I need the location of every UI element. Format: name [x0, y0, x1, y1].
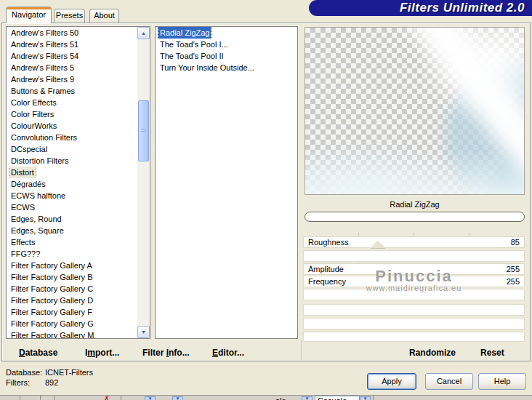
category-list-item[interactable]: Andrew's Filters 51: [7, 39, 150, 50]
category-list-item[interactable]: Filter Factory Gallery A: [7, 260, 150, 271]
taskbar-separator: [54, 396, 55, 400]
taskbar-dropdown-button[interactable]: ▼: [302, 396, 313, 400]
taskbar-separator: [373, 396, 374, 400]
category-list-item[interactable]: ECWS: [7, 201, 150, 213]
category-list-item[interactable]: Andrew's Filters 50: [7, 27, 150, 39]
filter-label: Radial ZigZag: [158, 27, 211, 39]
status-database-value: ICNET-Filters: [45, 368, 93, 377]
taskbar-combobox[interactable]: Casuale: [315, 396, 360, 400]
watermark-url: www.maidiregrafica.eu: [303, 284, 525, 292]
filter-list[interactable]: Radial ZigZag The Toad's Pool I... The T…: [155, 26, 298, 339]
preview-image: [305, 27, 525, 195]
category-list-item[interactable]: Andrew's Filters 9: [7, 73, 150, 85]
scrollbar-thumb[interactable]: [138, 100, 149, 161]
category-list-item[interactable]: Filter Factory Gallery G: [7, 318, 150, 329]
apply-button[interactable]: Apply: [367, 373, 416, 390]
category-label: Filter Factory Gallery A: [9, 260, 94, 271]
import-button[interactable]: Import...: [85, 348, 119, 358]
editor-button[interactable]: Editor...: [212, 348, 244, 358]
category-list-item[interactable]: Filter Factory Gallery M: [7, 329, 150, 339]
slider-row: [303, 304, 525, 316]
tab-presets[interactable]: Presets: [54, 9, 85, 23]
slider-row: [303, 318, 525, 329]
category-list-item[interactable]: Distortion Filters: [7, 155, 150, 167]
help-button[interactable]: Help: [478, 373, 526, 390]
category-label: Andrew's Filters 50: [9, 27, 80, 39]
category-list-item[interactable]: Buttons & Frames: [7, 85, 150, 97]
randomize-button[interactable]: Randomize: [409, 348, 456, 358]
category-label: Filter Factory Gallery G: [9, 318, 95, 329]
dropdown-icon: ▼: [305, 396, 310, 400]
category-list-item[interactable]: FFG???: [7, 248, 150, 260]
category-list-item[interactable]: Dégradés: [7, 178, 150, 190]
category-label: Andrew's Filters 5: [9, 62, 76, 73]
database-button[interactable]: Database: [19, 348, 57, 358]
slider-label: Roughness: [308, 237, 349, 247]
category-label: Filter Factory Gallery C: [9, 283, 94, 295]
category-list-item[interactable]: Edges, Square: [7, 225, 150, 236]
filter-list-item[interactable]: Radial ZigZag: [156, 27, 297, 39]
slider-row: [303, 250, 525, 262]
category-label: Andrew's Filters 54: [9, 50, 80, 62]
category-label: Filter Factory Gallery B: [9, 271, 94, 283]
taskbar-dropdown-button[interactable]: ▼: [172, 396, 183, 400]
category-list-item[interactable]: ECWS halftone: [7, 190, 150, 201]
category-list-item[interactable]: ColourWorks: [7, 120, 150, 132]
category-label: ECWS halftone: [9, 190, 67, 201]
category-list-item[interactable]: Distort: [7, 167, 150, 178]
category-label: FFG???: [9, 248, 41, 260]
slider-row[interactable]: Roughness85: [303, 236, 525, 248]
dropdown-icon: ▼: [363, 396, 368, 400]
category-label: Color Filters: [9, 108, 55, 120]
category-list-item[interactable]: Filter Factory Gallery B: [7, 271, 150, 283]
slider-value: 85: [511, 237, 520, 247]
taskbar-fragment: ✗ ▼ ▼ ale ▼ Casuale ▼: [0, 395, 532, 400]
tab-navigator[interactable]: Navigator: [6, 7, 52, 23]
category-list-item[interactable]: Andrew's Filters 54: [7, 50, 150, 62]
category-label: ECWS: [9, 201, 36, 213]
scroll-down-icon: ▼: [141, 329, 146, 335]
taskbar-separator: [121, 396, 121, 400]
scroll-down-button[interactable]: ▼: [137, 326, 150, 338]
filter-list-item[interactable]: The Toad's Pool I...: [156, 39, 297, 50]
category-list[interactable]: Andrew's Filters 50 Andrew's Filters 51 …: [6, 26, 150, 339]
category-list-item[interactable]: Convolution Filters: [7, 132, 150, 143]
filter-list-item[interactable]: Turn Your Inside Outside...: [156, 62, 297, 73]
taskbar-dropdown-button[interactable]: ▼: [360, 396, 371, 400]
cancel-button[interactable]: Cancel: [425, 373, 473, 390]
status-filters-label: Filters:: [6, 378, 30, 387]
category-label: Distort: [9, 167, 36, 178]
category-label: Edges, Square: [9, 225, 65, 236]
preview-effect-haze: [305, 151, 524, 194]
category-list-item[interactable]: Color Effects: [7, 97, 150, 108]
category-label: Andrew's Filters 51: [9, 39, 80, 50]
category-label: Filter Factory Gallery F: [9, 306, 94, 318]
dropdown-icon: ▼: [148, 396, 153, 400]
category-list-item[interactable]: DCspecial: [7, 143, 150, 155]
category-list-item[interactable]: Filter Factory Gallery F: [7, 306, 150, 318]
scroll-up-button[interactable]: ▲: [137, 27, 150, 39]
category-scrollbar[interactable]: ▲ ▼: [137, 27, 150, 338]
category-label: ColourWorks: [9, 120, 58, 132]
filter-list-item[interactable]: The Toad's Pool II: [156, 50, 297, 62]
roughness-slider-thumb[interactable]: [370, 241, 386, 248]
tab-about[interactable]: About: [89, 9, 119, 23]
category-label: Distortion Filters: [9, 155, 70, 167]
category-list-item[interactable]: Filter Factory Gallery D: [7, 295, 150, 306]
reset-button[interactable]: Reset: [480, 348, 504, 358]
taskbar-separator: [40, 396, 41, 400]
taskbar-separator: [20, 396, 20, 400]
category-list-item[interactable]: Andrew's Filters 5: [7, 62, 150, 73]
taskbar-dropdown-button[interactable]: ▼: [145, 396, 156, 400]
category-list-item[interactable]: Color Filters: [7, 108, 150, 120]
slider-ticks: [303, 233, 525, 236]
filter-info-button[interactable]: Filter Info...: [142, 348, 190, 358]
category-list-item[interactable]: Filter Factory Gallery C: [7, 283, 150, 295]
scroll-up-icon: ▲: [141, 31, 146, 36]
category-label: Convolution Filters: [9, 132, 78, 143]
category-list-item[interactable]: Edges, Round: [7, 213, 150, 225]
taskbar-combo-text-fragment: ale: [275, 396, 286, 400]
category-label: Filter Factory Gallery M: [9, 329, 95, 339]
category-list-item[interactable]: Effects: [7, 236, 150, 248]
category-label: Filter Factory Gallery D: [9, 295, 94, 306]
